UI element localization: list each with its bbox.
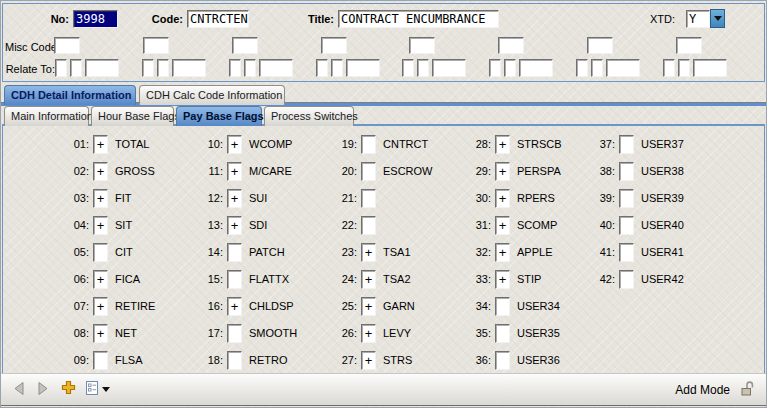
flag-checkbox[interactable]	[93, 243, 108, 262]
flag-checkbox[interactable]: +	[495, 189, 510, 208]
flag-checkbox[interactable]	[227, 243, 242, 262]
relate-to-box[interactable]	[417, 59, 429, 77]
flag-checkbox[interactable]	[619, 270, 634, 289]
flag-checkbox[interactable]	[361, 162, 376, 181]
flag-number: 11:	[197, 162, 223, 181]
xtd-value[interactable]: Y	[686, 10, 710, 28]
flag-checkbox[interactable]: +	[495, 270, 510, 289]
tab-pay-base-flags[interactable]: Pay Base Flags	[176, 106, 262, 126]
flag-checkbox[interactable]	[619, 189, 634, 208]
relate-to-box[interactable]	[519, 59, 553, 77]
title-input[interactable]: CONTRACT ENCUMBRANCE	[338, 10, 499, 28]
misc-code-box[interactable]	[498, 37, 524, 54]
flag-checkbox[interactable]: +	[495, 162, 510, 181]
misc-code-box[interactable]	[54, 37, 80, 54]
xtd-dropdown-button[interactable]	[710, 9, 725, 28]
flag-checkbox[interactable]	[619, 216, 634, 235]
previous-record-icon[interactable]	[13, 381, 25, 396]
relate-to-box[interactable]	[244, 59, 256, 77]
flag-number: 04:	[63, 216, 89, 235]
flag-checkbox[interactable]: +	[361, 243, 376, 262]
relate-to-box[interactable]	[489, 59, 501, 77]
tab-cdh-calc-code-information[interactable]: CDH Calc Code Information	[139, 85, 285, 105]
relate-to-box[interactable]	[331, 59, 343, 77]
flag-checkbox[interactable]	[495, 351, 510, 370]
relate-to-box[interactable]	[85, 59, 119, 77]
relate-to-box[interactable]	[346, 59, 380, 77]
flag-checkbox[interactable]: +	[227, 297, 242, 316]
flag-checkbox[interactable]: +	[361, 297, 376, 316]
flag-checkbox[interactable]	[227, 351, 242, 370]
relate-to-box[interactable]	[591, 59, 603, 77]
relate-to-box[interactable]	[70, 59, 82, 77]
next-record-icon[interactable]	[37, 381, 49, 396]
flag-checkbox[interactable]	[619, 162, 634, 181]
flag-checkbox[interactable]	[93, 351, 108, 370]
code-input[interactable]: CNTRCTEN	[187, 10, 249, 28]
add-mode-status: Add Mode	[675, 383, 730, 397]
form-options-dropdown-icon[interactable]	[102, 387, 110, 392]
relate-to-box[interactable]	[142, 59, 154, 77]
no-input[interactable]: 3998	[73, 10, 118, 28]
flag-checkbox[interactable]: +	[495, 216, 510, 235]
relate-to-box[interactable]	[504, 59, 516, 77]
flag-checkbox[interactable]	[361, 189, 376, 208]
form-options-icon[interactable]	[85, 380, 99, 396]
flag-checkbox[interactable]: +	[93, 135, 108, 154]
flag-checkbox[interactable]: +	[93, 189, 108, 208]
flag-checkbox[interactable]	[361, 216, 376, 235]
misc-code-box[interactable]	[587, 37, 613, 54]
relate-to-group	[489, 59, 553, 77]
flag-checkbox[interactable]	[361, 135, 376, 154]
relate-to-box[interactable]	[229, 59, 241, 77]
flag-checkbox[interactable]: +	[227, 162, 242, 181]
tab-main-information[interactable]: Main Information	[4, 106, 89, 126]
flag-checkbox[interactable]: +	[93, 216, 108, 235]
tab-cdh-detail-information[interactable]: CDH Detail Information	[4, 85, 136, 105]
misc-code-box[interactable]	[143, 37, 169, 54]
flag-checkbox[interactable]: +	[495, 135, 510, 154]
relate-to-box[interactable]	[259, 59, 293, 77]
flag-checkbox[interactable]: +	[227, 189, 242, 208]
flag-checkbox[interactable]	[227, 324, 242, 343]
flag-checkbox[interactable]: +	[361, 324, 376, 343]
flag-checkbox[interactable]	[495, 324, 510, 343]
tab-process-switches[interactable]: Process Switches	[264, 106, 354, 126]
relate-to-box[interactable]	[432, 59, 466, 77]
flag-checkbox[interactable]	[227, 270, 242, 289]
unlocked-icon[interactable]	[740, 380, 754, 397]
flag-number: 33:	[465, 270, 491, 289]
flag-checkbox[interactable]: +	[227, 135, 242, 154]
add-record-icon[interactable]	[61, 380, 76, 395]
misc-code-box[interactable]	[321, 37, 347, 54]
flag-checkbox[interactable]: +	[93, 270, 108, 289]
relate-to-box[interactable]	[606, 59, 640, 77]
flag-number: 30:	[465, 189, 491, 208]
relate-to-box[interactable]	[693, 59, 727, 77]
flag-label: SIT	[115, 216, 132, 235]
flag-checkbox[interactable]	[495, 297, 510, 316]
misc-code-box[interactable]	[409, 37, 435, 54]
relate-to-box[interactable]	[402, 59, 414, 77]
relate-to-box[interactable]	[157, 59, 169, 77]
flag-checkbox[interactable]: +	[93, 297, 108, 316]
relate-to-box[interactable]	[55, 59, 67, 77]
flag-number: 08:	[63, 324, 89, 343]
relate-to-box[interactable]	[316, 59, 328, 77]
flag-checkbox[interactable]: +	[93, 162, 108, 181]
relate-to-box[interactable]	[663, 59, 675, 77]
relate-to-box[interactable]	[576, 59, 588, 77]
flag-checkbox[interactable]	[619, 135, 634, 154]
flag-checkbox[interactable]: +	[361, 270, 376, 289]
relate-to-box[interactable]	[678, 59, 690, 77]
flag-label: USER34	[517, 297, 560, 316]
misc-code-box[interactable]	[676, 37, 702, 54]
flag-checkbox[interactable]: +	[361, 351, 376, 370]
flag-checkbox[interactable]	[619, 243, 634, 262]
flag-checkbox[interactable]: +	[93, 324, 108, 343]
tab-hour-base-flags[interactable]: Hour Base Flags	[91, 106, 174, 126]
flag-checkbox[interactable]: +	[227, 216, 242, 235]
flag-checkbox[interactable]: +	[495, 243, 510, 262]
relate-to-box[interactable]	[172, 59, 206, 77]
misc-code-box[interactable]	[232, 37, 258, 54]
